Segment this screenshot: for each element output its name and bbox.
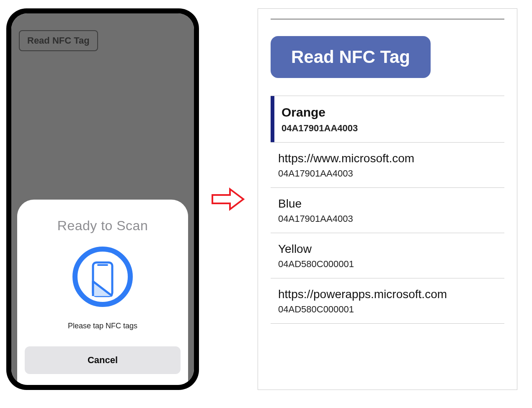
cancel-button[interactable]: Cancel [25, 346, 181, 374]
read-nfc-button-background: Read NFC Tag [19, 30, 98, 51]
list-item[interactable]: https://www.microsoft.com 04A17901AA4003 [271, 143, 504, 188]
list-item[interactable]: https://powerapps.microsoft.com 04AD580C… [271, 278, 504, 324]
list-item-sub: 04AD580C000001 [278, 304, 503, 315]
list-item[interactable]: Orange 04A17901AA4003 [271, 96, 504, 143]
panel-divider [271, 19, 504, 19]
list-item-sub: 04A17901AA4003 [281, 123, 503, 134]
list-item-title: https://www.microsoft.com [278, 151, 503, 166]
list-item-title: Yellow [278, 242, 503, 256]
arrow-right-icon [212, 8, 245, 390]
list-item-title: https://powerapps.microsoft.com [278, 287, 503, 301]
list-item-sub: 04A17901AA4003 [278, 213, 503, 224]
sheet-title: Ready to Scan [25, 218, 181, 234]
list-item[interactable]: Yellow 04AD580C000001 [271, 233, 504, 278]
list-item-sub: 04A17901AA4003 [278, 168, 503, 179]
phone-mockup: Read NFC Tag Ready to Scan Please tap NF… [6, 8, 199, 390]
results-panel: Read NFC Tag Orange 04A17901AA4003 https… [258, 8, 517, 390]
phone-screen: Read NFC Tag Ready to Scan Please tap NF… [11, 13, 194, 385]
svg-rect-3 [212, 195, 230, 203]
phone-nfc-icon [25, 245, 181, 308]
list-item-title: Orange [281, 104, 503, 120]
list-item-sub: 04AD580C000001 [278, 259, 503, 270]
scan-sheet: Ready to Scan Please tap NFC tags Cancel [17, 200, 188, 385]
list-item-title: Blue [278, 196, 503, 211]
svg-rect-4 [228, 196, 232, 203]
results-list: Orange 04A17901AA4003 https://www.micros… [271, 96, 504, 324]
read-nfc-button[interactable]: Read NFC Tag [271, 36, 431, 78]
list-item[interactable]: Blue 04A17901AA4003 [271, 188, 504, 233]
sheet-message: Please tap NFC tags [25, 322, 181, 330]
